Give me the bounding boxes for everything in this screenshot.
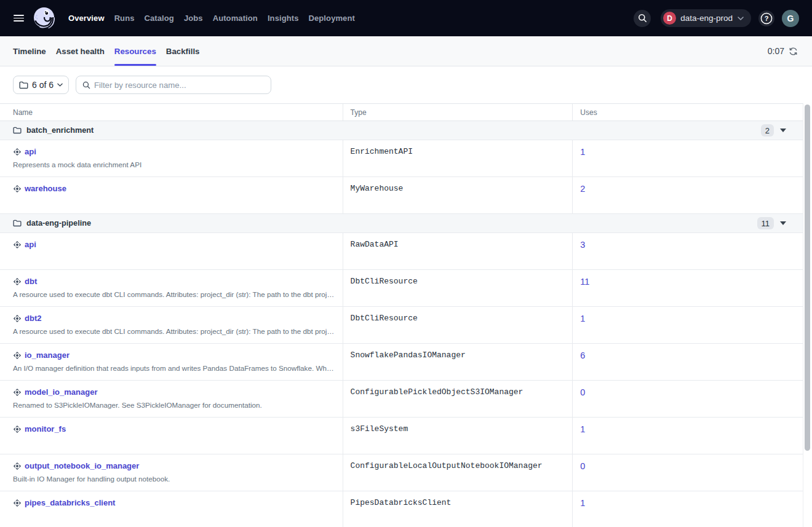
svg-text:?: ?: [765, 15, 769, 22]
